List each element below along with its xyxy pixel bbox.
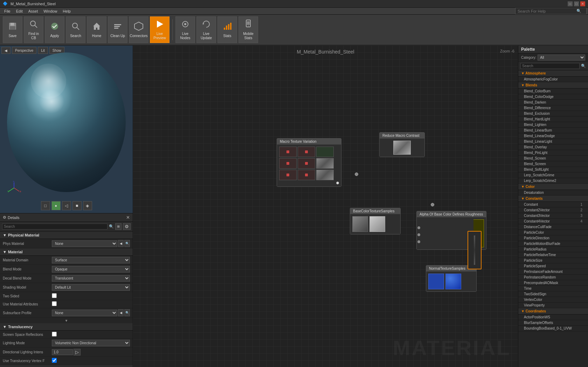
palette-cat-coordinates[interactable]: ▼ Coordinates (518, 308, 588, 315)
base-color-preview-2[interactable] (369, 216, 385, 232)
subnode-1[interactable] (279, 147, 297, 157)
palette-item-blursample[interactable]: BlurSampleOffsets (518, 320, 588, 326)
apply-button[interactable]: Apply (45, 16, 64, 43)
palette-item-blend-linearlight[interactable]: Blend_LinearLight (518, 139, 588, 144)
palette-item-viewproperty[interactable]: ViewProperty (518, 303, 588, 308)
palette-item-lerp-scratchgrime[interactable]: Lerp_ScratchGrime (518, 172, 588, 178)
phys-material-select[interactable]: None (52, 240, 117, 247)
palette-item-particlespeed[interactable]: ParticleSpeed (518, 263, 588, 269)
vp-btn-5[interactable]: ◈ (83, 201, 92, 210)
palette-item-twosidedsign[interactable]: TwoSidedSign (518, 291, 588, 297)
palette-item-blend-colorburn[interactable]: Blend_ColorBurn (518, 89, 588, 94)
palette-item-distancecull[interactable]: DistanceCullFade (518, 224, 588, 230)
live-nodes-button[interactable]: Live Nodes (175, 16, 195, 43)
cleanup-button[interactable]: Clean Up (108, 16, 127, 43)
details-list-view-button[interactable]: ≡ (115, 223, 122, 230)
node-editor[interactable]: M_Metal_Burnished_Steel Zoom -6 MATERIAL… (133, 45, 518, 367)
base-color-node[interactable]: BaseColorTextureSamples (350, 208, 401, 234)
maximize-button[interactable]: □ (574, 1, 579, 6)
palette-item-vertexcolor[interactable]: VertexColor (518, 297, 588, 303)
use-translucency-checkbox[interactable] (52, 358, 57, 363)
palette-item-blend-hardlight[interactable]: Blend_HardLight (518, 117, 588, 122)
subnode-9[interactable] (316, 170, 334, 180)
palette-item-perinstancefade[interactable]: PerInstanceFadeAmount (518, 269, 588, 275)
palette-item-particlesize[interactable]: ParticleSize (518, 258, 588, 263)
palette-item-actorpositionws[interactable]: ActorPositionWS (518, 315, 588, 320)
mobile-stats-button[interactable]: Mobile Stats (238, 16, 258, 43)
palette-item-blend-lineardodge[interactable]: Blend_LinearDodge (518, 133, 588, 139)
home-button[interactable]: Home (87, 16, 106, 43)
palette-item-blend-pinlight[interactable]: Blend_PinLight (518, 150, 588, 156)
palette-item-particledirection[interactable]: ParticleDirection (518, 235, 588, 241)
palette-item-blend-overlay[interactable]: Blend_Overlay (518, 144, 588, 150)
menu-edit[interactable]: Edit (13, 9, 26, 13)
palette-item-blend-linearburn[interactable]: Blend_LinearBurn (518, 128, 588, 133)
use-mat-attr-checkbox[interactable] (52, 301, 57, 306)
translucency-section[interactable]: ▼ Translucency (0, 323, 133, 331)
two-sided-checkbox[interactable] (52, 293, 57, 298)
palette-item-particlerelative[interactable]: ParticleRelativeTime (518, 252, 588, 258)
subnode-3[interactable] (316, 147, 334, 157)
menu-file[interactable]: File (1, 9, 13, 13)
dir-lighting-input[interactable] (52, 349, 73, 355)
menu-window[interactable]: Window (41, 9, 60, 13)
palette-item-constant4[interactable]: Constant4Vector4 (518, 219, 588, 224)
help-search-input[interactable] (518, 9, 574, 13)
viewport-perspective[interactable]: Perspective (12, 47, 36, 54)
subnode-2[interactable] (298, 147, 315, 157)
palette-search-input[interactable] (520, 63, 580, 69)
material-expand-btn[interactable]: ▼ (0, 318, 133, 323)
palette-cat-constants[interactable]: ▼ Constants (518, 196, 588, 202)
menu-help[interactable]: Help (60, 9, 74, 13)
palette-item-blend-screen[interactable]: Blend_Screen (518, 156, 588, 161)
palette-item-blend-softlight[interactable]: Blend_SoftLight (518, 167, 588, 172)
shading-model-select[interactable]: Default Lit (52, 284, 130, 291)
material-section[interactable]: ▼ Material (0, 248, 133, 256)
reduce-macro-node[interactable]: Reduce Macro Contrast (379, 132, 425, 157)
palette-item-lerp-scratchgrime2[interactable]: Lerp_ScratchGrime2 (518, 178, 588, 184)
details-close-button[interactable]: ✕ (126, 215, 130, 220)
lighting-mode-select[interactable]: Volumetric Non Directional (52, 340, 130, 346)
subnode-4[interactable] (279, 158, 297, 169)
subnode-5[interactable] (298, 158, 315, 169)
reduce-macro-preview[interactable] (393, 141, 411, 155)
vp-btn-1[interactable]: □ (41, 201, 50, 210)
screen-space-checkbox[interactable] (52, 332, 57, 337)
palette-item-blend-colordodge[interactable]: Blend_ColorDodge (518, 94, 588, 100)
palette-item-desaturation[interactable]: Desaturation (518, 190, 588, 196)
decal-blend-select[interactable]: Translucent (52, 275, 130, 282)
palette-cat-atmosphere[interactable]: ▼ Atmosphere (518, 70, 588, 77)
palette-item-blend-lighten[interactable]: Blend_Lighten (518, 122, 588, 128)
palette-item-constant2[interactable]: Constant2Vector2 (518, 207, 588, 213)
find-in-cb-button[interactable]: Find in CB (24, 16, 43, 43)
close-button[interactable]: ✕ (580, 1, 585, 6)
stats-button[interactable]: Stats (217, 16, 237, 43)
palette-item-constant[interactable]: Constant1 (518, 202, 588, 207)
live-update-button[interactable]: Live Update (196, 16, 216, 43)
palette-category-select[interactable]: All (538, 55, 585, 61)
vp-btn-4[interactable]: ■ (72, 201, 82, 210)
normal-texture-preview[interactable] (428, 274, 444, 289)
palette-item-constant3[interactable]: Constant3Vector3 (518, 213, 588, 219)
menu-asset[interactable]: Asset (26, 9, 41, 13)
palette-item-blend-screen2[interactable]: Blend_Screen (518, 161, 588, 167)
vp-btn-2[interactable]: ● (51, 201, 61, 210)
macro-texture-node[interactable]: Macro Texture Variation (277, 138, 341, 187)
subnode-8[interactable] (298, 170, 315, 180)
details-search-input[interactable] (2, 224, 108, 230)
main-output-node[interactable] (468, 231, 482, 269)
palette-cat-color[interactable]: ▼ Color (518, 184, 588, 190)
search-button[interactable]: Search (66, 16, 85, 43)
normal-texture-preview-2[interactable] (445, 274, 461, 289)
help-search-bar[interactable]: 🔍 (515, 8, 587, 14)
subsurface-select[interactable]: None (52, 310, 117, 316)
phys-material-search[interactable]: 🔍 (124, 240, 130, 247)
connectors-button[interactable]: Connectors (129, 16, 148, 43)
palette-item-atmospheric-fog[interactable]: AtmosphericFogColor (518, 77, 588, 82)
blend-mode-select[interactable]: Opaque (52, 266, 130, 273)
physical-material-section[interactable]: ▼ Physical Material (0, 232, 133, 239)
palette-item-blend-exclusion[interactable]: Blend_Exclusion (518, 111, 588, 117)
live-preview-button[interactable]: Live Preview (150, 16, 170, 43)
vp-btn-3[interactable]: ◁ (62, 201, 71, 210)
material-domain-select[interactable]: Surface (52, 257, 130, 263)
